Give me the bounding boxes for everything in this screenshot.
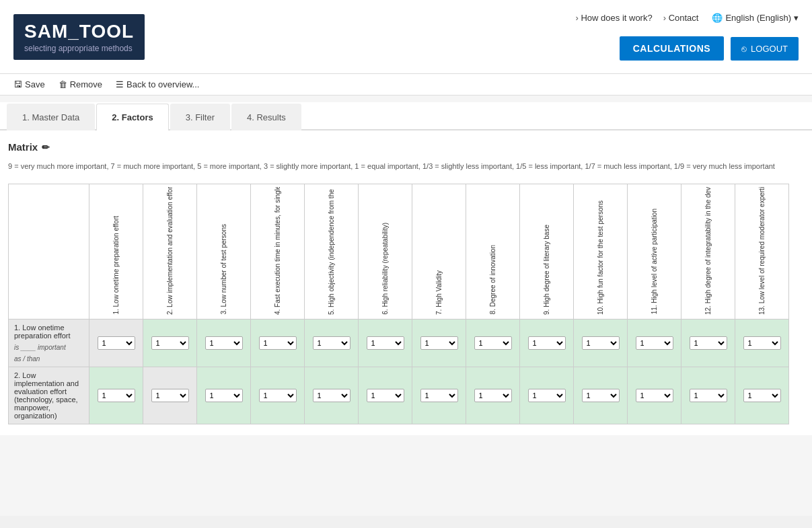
matrix-select-r1-c6[interactable]: 1/91/71/51/313579 — [367, 336, 404, 350]
remove-button[interactable]: 🗑 Remove — [59, 79, 102, 89]
matrix-col-header-5: 5. High objectivity (independence from t… — [305, 184, 359, 319]
save-label: Save — [25, 79, 45, 89]
back-to-overview-button[interactable]: ☰ Back to overview... — [116, 79, 199, 89]
language-selector[interactable]: 🌐 English (English) ▾ — [709, 13, 799, 23]
globe-icon: 🌐 — [712, 13, 723, 23]
matrix-select-r1-c5[interactable]: 1/91/71/51/313579 — [313, 336, 350, 350]
header: SAM_TOOL selecting appropriate methods H… — [0, 0, 812, 74]
matrix-select-r1-c2[interactable]: 1/91/71/51/313579 — [151, 336, 189, 350]
matrix-corner-cell — [9, 184, 89, 319]
tab-factors[interactable]: 2. Factors — [96, 104, 168, 130]
matrix-col-header-12: 12. High degree of integratability in th… — [681, 184, 735, 319]
matrix-select-r2-c5[interactable]: 1/91/71/51/313579 — [313, 389, 350, 402]
header-links: How does it work? Contact 🌐 English (Eng… — [576, 13, 799, 23]
matrix-cell-r1-c2: 1/91/71/51/313579 — [143, 319, 197, 367]
language-label: English (English) — [725, 13, 791, 23]
matrix-col-header-7: 7. High Validity — [412, 184, 466, 319]
matrix-cell-r1-c7: 1/91/71/51/313579 — [412, 319, 466, 367]
matrix-cell-r2-c3: 1/91/71/51/313579 — [197, 367, 251, 424]
matrix-cell-r2-c4: 1/91/71/51/313579 — [251, 367, 305, 424]
matrix-cell-r2-c11: 1/91/71/51/313579 — [628, 367, 681, 424]
matrix-select-r2-c13[interactable]: 1/91/71/51/313579 — [743, 389, 781, 402]
matrix-select-r2-c3[interactable]: 1/91/71/51/313579 — [205, 389, 243, 402]
matrix-col-header-3: 3. Low number of test persons — [197, 184, 251, 319]
contact-link[interactable]: Contact — [663, 13, 699, 23]
header-nav: How does it work? Contact 🌐 English (Eng… — [576, 13, 799, 61]
matrix-col-header-2: 2. Low implementation and evaluation eff… — [143, 184, 197, 319]
matrix-col-header-13: 13. Low level of required moderator expe… — [735, 184, 789, 319]
matrix-cell-r1-c13: 1/91/71/51/313579 — [735, 319, 789, 367]
matrix-col-header-10: 10. High fun factor for the test persons — [574, 184, 628, 319]
back-label: Back to overview... — [126, 79, 199, 89]
trash-icon: 🗑 — [59, 79, 67, 89]
matrix-cell-r2-c6: 1/91/71/51/313579 — [359, 367, 412, 424]
table-row: 2. Low implementation and evaluation eff… — [9, 367, 789, 424]
matrix-select-r1-c12[interactable]: 1/91/71/51/313579 — [690, 336, 727, 350]
matrix-cell-r2-c12: 1/91/71/51/313579 — [681, 367, 735, 424]
tab-results[interactable]: 4. Results — [231, 104, 301, 130]
tab-filter[interactable]: 3. Filter — [170, 104, 230, 130]
row-header-2: 2. Low implementation and evaluation eff… — [9, 367, 89, 424]
matrix-select-r2-c4[interactable]: 1/91/71/51/313579 — [259, 389, 297, 402]
matrix-col-header-1: 1. Low onetime preparation effort — [89, 184, 143, 319]
matrix-col-header-6: 6. High reliability (repeatability) — [359, 184, 412, 319]
matrix-select-r2-c6[interactable]: 1/91/71/51/313579 — [367, 389, 404, 402]
matrix-select-r1-c10[interactable]: 1/91/71/51/313579 — [582, 336, 620, 350]
matrix-select-r1-c13[interactable]: 1/91/71/51/313579 — [743, 336, 781, 350]
logo-sub-text: selecting appropriate methods — [24, 44, 134, 53]
how-it-works-link[interactable]: How does it work? — [576, 13, 653, 23]
logout-button[interactable]: ⎋ LOGOUT — [731, 37, 799, 61]
matrix-select-r2-c7[interactable]: 1/91/71/51/313579 — [420, 389, 458, 402]
logout-label: LOGOUT — [751, 44, 788, 54]
matrix-cell-r2-c9: 1/91/71/51/313579 — [520, 367, 574, 424]
matrix-select-r2-c2[interactable]: 1/91/71/51/313579 — [151, 389, 189, 402]
matrix-table: 1. Low onetime preparation effort2. Low … — [8, 184, 789, 424]
matrix-select-r1-c9[interactable]: 1/91/71/51/313579 — [528, 336, 566, 350]
toolbar: 🖫 Save 🗑 Remove ☰ Back to overview... — [0, 74, 812, 96]
matrix-select-r2-c12[interactable]: 1/91/71/51/313579 — [690, 389, 727, 402]
matrix-cell-r1-c11: 1/91/71/51/313579 — [628, 319, 681, 367]
logo-main-text: SAM_TOOL — [24, 21, 134, 42]
matrix-select-r1-c1[interactable]: 1/91/71/51/313579 — [98, 336, 135, 350]
tab-master-data[interactable]: 1. Master Data — [7, 104, 95, 130]
matrix-wrapper: 1. Low onetime preparation effort2. Low … — [8, 184, 804, 424]
matrix-cell-r2-c13: 1/91/71/51/313579 — [735, 367, 789, 424]
matrix-cell-r1-c8: 1/91/71/51/313579 — [466, 319, 520, 367]
row-header-1: 1. Low onetime preparation effortis ____… — [9, 319, 89, 367]
save-icon: 🖫 — [13, 79, 22, 89]
matrix-select-r1-c4[interactable]: 1/91/71/51/313579 — [259, 336, 297, 350]
matrix-select-r2-c1[interactable]: 1/91/71/51/313579 — [98, 389, 135, 402]
matrix-cell-r1-c1: 1/91/71/51/313579 — [89, 319, 143, 367]
edit-icon[interactable]: ✏ — [42, 142, 50, 153]
header-buttons: CALCULATIONS ⎋ LOGOUT — [620, 36, 799, 61]
tab-bar: 1. Master Data 2. Factors 3. Filter 4. R… — [0, 102, 812, 130]
list-icon: ☰ — [116, 79, 124, 89]
matrix-cell-r1-c5: 1/91/71/51/313579 — [305, 319, 359, 367]
matrix-title: Matrix — [8, 141, 38, 153]
calculations-button[interactable]: CALCULATIONS — [620, 36, 724, 61]
matrix-select-r2-c8[interactable]: 1/91/71/51/313579 — [474, 389, 512, 402]
matrix-select-r2-c9[interactable]: 1/91/71/51/313579 — [528, 389, 566, 402]
matrix-cell-r1-c9: 1/91/71/51/313579 — [520, 319, 574, 367]
matrix-cell-r2-c2: 1/91/71/51/313579 — [143, 367, 197, 424]
matrix-select-r2-c10[interactable]: 1/91/71/51/313579 — [582, 389, 620, 402]
factors-content: Matrix ✏ 9 = very much more important, 7… — [0, 130, 812, 435]
matrix-select-r2-c11[interactable]: 1/91/71/51/313579 — [636, 389, 673, 402]
matrix-cell-r2-c1: 1/91/71/51/313579 — [89, 367, 143, 424]
matrix-select-r1-c7[interactable]: 1/91/71/51/313579 — [420, 336, 458, 350]
matrix-col-header-11: 11. High level of active participation — [628, 184, 681, 319]
matrix-col-header-8: 8. Degree of innovation — [466, 184, 520, 319]
chevron-down-icon: ▾ — [794, 13, 799, 23]
matrix-cell-r2-c10: 1/91/71/51/313579 — [574, 367, 628, 424]
matrix-cell-r1-c6: 1/91/71/51/313579 — [359, 319, 412, 367]
matrix-select-r1-c11[interactable]: 1/91/71/51/313579 — [636, 336, 673, 350]
matrix-cell-r1-c10: 1/91/71/51/313579 — [574, 319, 628, 367]
matrix-cell-r2-c7: 1/91/71/51/313579 — [412, 367, 466, 424]
matrix-select-r1-c8[interactable]: 1/91/71/51/313579 — [474, 336, 512, 350]
matrix-select-r1-c3[interactable]: 1/91/71/51/313579 — [205, 336, 243, 350]
matrix-legend: 9 = very much more important, 7 = much m… — [8, 161, 804, 173]
save-button[interactable]: 🖫 Save — [13, 79, 45, 89]
main-content: 1. Master Data 2. Factors 3. Filter 4. R… — [0, 96, 812, 516]
matrix-cell-r2-c8: 1/91/71/51/313579 — [466, 367, 520, 424]
table-row: 1. Low onetime preparation effortis ____… — [9, 319, 789, 367]
